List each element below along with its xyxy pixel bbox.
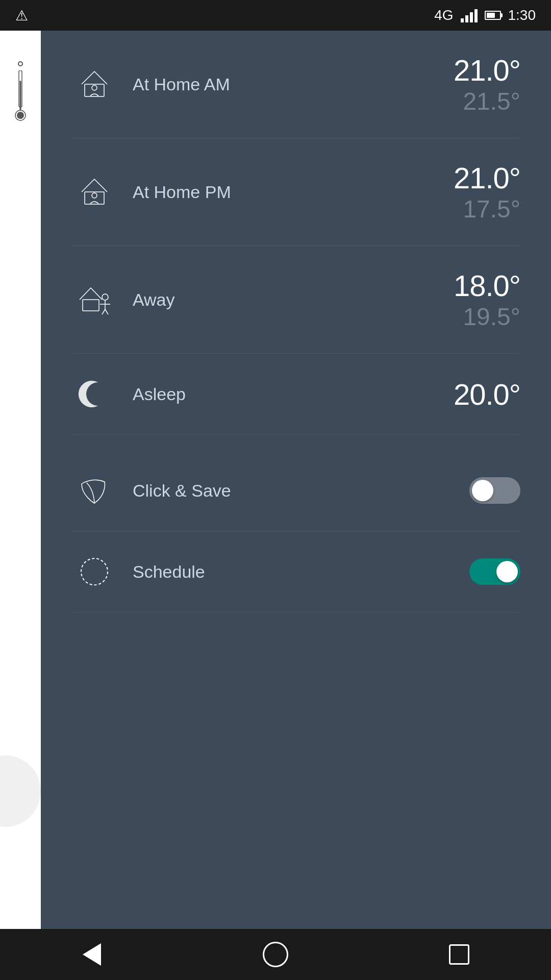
schedule-circle-icon <box>77 554 112 590</box>
svg-point-7 <box>92 193 97 198</box>
home-away-icon <box>77 282 112 317</box>
svg-rect-2 <box>20 81 21 110</box>
signal-label: 4G <box>434 7 453 23</box>
main-wrapper: At Home AM 21.0° 21.5° At Home PM 21.0° … <box>0 31 551 929</box>
list-item-click-save[interactable]: Click & Save <box>71 450 520 531</box>
away-sub-value: 19.5° <box>463 303 520 331</box>
schedule-icon <box>71 554 117 590</box>
signal-icon <box>461 8 478 22</box>
home-person-icon <box>77 66 112 102</box>
away-label: Away <box>117 290 454 310</box>
asleep-value: 20.0° <box>454 377 520 411</box>
click-save-toggle[interactable] <box>469 477 520 504</box>
at-home-pm-sub-value: 17.5° <box>463 195 520 223</box>
bottom-spacer <box>71 612 520 929</box>
schedule-label: Schedule <box>117 562 469 582</box>
at-home-pm-icon <box>71 174 117 210</box>
list-item-schedule[interactable]: Schedule <box>71 531 520 612</box>
schedule-toggle[interactable] <box>469 558 520 585</box>
away-icon <box>71 282 117 317</box>
spacer <box>71 435 520 450</box>
svg-point-9 <box>102 294 108 300</box>
at-home-am-icon <box>71 66 117 102</box>
click-save-knob <box>472 480 493 501</box>
main-content: At Home AM 21.0° 21.5° At Home PM 21.0° … <box>41 31 551 929</box>
list-item-asleep[interactable]: Asleep 20.0° <box>71 354 520 435</box>
click-save-label: Click & Save <box>117 481 469 501</box>
svg-point-5 <box>92 85 97 90</box>
temp-dot <box>18 61 23 66</box>
thermometer-area <box>15 61 26 121</box>
asleep-icon <box>71 376 117 412</box>
at-home-am-value: 21.0° <box>454 53 520 87</box>
home-button[interactable] <box>260 939 291 970</box>
thermometer-icon <box>15 70 26 121</box>
recents-button[interactable] <box>444 939 474 970</box>
home-person-pm-icon <box>77 174 112 210</box>
list-item-away[interactable]: Away 18.0° 19.5° <box>71 246 520 354</box>
at-home-am-label: At Home AM <box>117 75 454 94</box>
schedule-knob <box>496 561 518 582</box>
click-save-icon <box>71 473 117 508</box>
moon-icon <box>77 376 112 412</box>
at-home-pm-value: 21.0° <box>454 161 520 195</box>
warning-icon: ⚠ <box>15 8 28 23</box>
away-value: 18.0° <box>454 268 520 303</box>
list-item-at-home-pm[interactable]: At Home PM 21.0° 17.5° <box>71 138 520 246</box>
at-home-am-sub-value: 21.5° <box>463 87 520 115</box>
list-item-at-home-am[interactable]: At Home AM 21.0° 21.5° <box>71 31 520 138</box>
sidebar-circle <box>0 755 41 827</box>
at-home-pm-label: At Home PM <box>117 182 454 202</box>
home-icon <box>263 942 288 967</box>
svg-rect-8 <box>83 300 99 311</box>
svg-line-12 <box>102 309 105 314</box>
sidebar <box>0 31 41 929</box>
back-icon <box>83 943 101 966</box>
status-icons: 4G 1:30 <box>434 7 536 23</box>
leaf-icon <box>77 473 112 508</box>
status-bar: ⚠ 4G 1:30 <box>0 0 551 31</box>
recents-icon <box>449 944 469 965</box>
back-button[interactable] <box>77 939 107 970</box>
clock: 1:30 <box>508 7 536 23</box>
warning-area: ⚠ <box>15 7 28 24</box>
svg-point-3 <box>17 112 24 119</box>
svg-point-14 <box>81 558 108 585</box>
svg-line-13 <box>105 309 108 314</box>
battery-icon <box>485 11 501 20</box>
asleep-label: Asleep <box>117 384 454 404</box>
nav-bar <box>0 929 551 980</box>
